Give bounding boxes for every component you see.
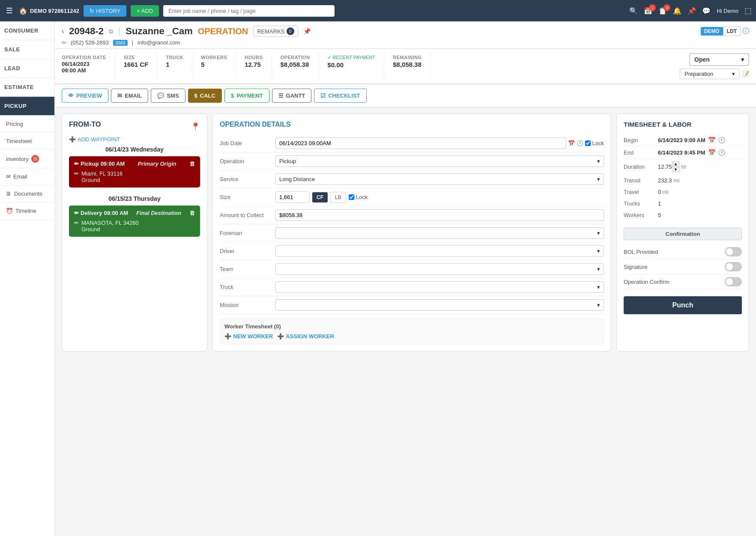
checklist-button[interactable]: ☑ CHECKLIST — [314, 89, 366, 103]
sms-button[interactable]: 💬 SMS — [151, 89, 185, 103]
copy-icon[interactable]: ⧉ — [109, 28, 113, 35]
sidebar-item-pickup[interactable]: PICKUP — [0, 97, 54, 116]
pencil-icon[interactable]: ✏ — [74, 161, 79, 167]
recent-payment-cell: ✓ RECENT PAYMENT $0.00 — [328, 53, 385, 79]
chat-icon[interactable]: 💬 — [702, 7, 711, 15]
back-button[interactable]: ‹ — [62, 27, 64, 35]
size-lock-checkbox[interactable] — [349, 194, 354, 200]
truck-select[interactable]: ▾ — [275, 281, 604, 293]
sidebar-sub-timeline[interactable]: ⏰ Timeline — [0, 202, 54, 220]
worker-timesheet-header: Worker Timesheet (0) — [224, 323, 599, 330]
truck-field-label: Truck — [220, 284, 275, 290]
from-to-card: FROM-TO 📍 ➕ ADD WAYPOINT 06/14/23 Wednes… — [62, 113, 207, 351]
info-icon[interactable]: ⓘ — [742, 27, 749, 36]
sidebar-sub-email[interactable]: ✉ Email — [0, 168, 54, 185]
begin-clock-icon[interactable]: 🕐 — [718, 137, 725, 143]
signature-row: Signature — [624, 259, 742, 274]
workers-cell: WORKERS 5 — [201, 53, 236, 79]
status-dropdown[interactable]: Open ▾ — [689, 53, 749, 66]
amount-row: Amount to Collect — [220, 206, 604, 224]
prep-chevron-icon: ▾ — [732, 71, 735, 77]
calendar-icon[interactable]: 📅 1 — [644, 7, 652, 15]
calc-button[interactable]: $ CALC — [188, 89, 222, 103]
sidebar-item-consumer[interactable]: CONSUMER — [0, 21, 54, 40]
address-edit-icon[interactable]: ✏ — [74, 170, 79, 177]
add-waypoint-button[interactable]: ➕ ADD WAYPOINT — [69, 136, 200, 143]
service-chevron-icon: ▾ — [597, 176, 600, 182]
pin-icon[interactable]: 📌 — [687, 7, 696, 15]
sidebar-item-lead[interactable]: LEAD — [0, 59, 54, 78]
driver-select[interactable]: ▾ — [275, 245, 604, 257]
pin-button[interactable]: 📌 — [303, 28, 311, 35]
foreman-row: Foreman ▾ — [220, 224, 604, 242]
sidebar-sub-timesheet[interactable]: Timesheet — [0, 133, 54, 150]
sidebar-item-estimate[interactable]: ESTIMATE — [0, 78, 54, 97]
job-date-lock-checkbox[interactable] — [585, 140, 591, 146]
op-confirm-toggle[interactable] — [725, 277, 742, 286]
service-select[interactable]: Long Distance ▾ — [275, 173, 604, 185]
map-icon[interactable]: 📍 — [191, 122, 200, 131]
payment-button[interactable]: $ PAYMENT — [224, 89, 269, 103]
end-calendar-icon[interactable]: 📅 — [708, 149, 715, 156]
logout-icon[interactable]: ⬚ — [744, 6, 752, 15]
team-row: Team ▾ — [220, 260, 604, 278]
search-icon[interactable]: 🔍 — [629, 7, 638, 15]
duration-row: Duration 12.75 ▲ ▼ hr — [624, 159, 742, 175]
team-select[interactable]: ▾ — [275, 263, 604, 275]
inventory-badge: 39 — [31, 155, 39, 163]
duration-unit: hr — [681, 164, 687, 170]
job-number: 20948-2 — [69, 26, 104, 37]
history-button[interactable]: ↻ HISTORY — [84, 5, 126, 17]
duration-down[interactable]: ▼ — [672, 167, 680, 172]
delivery-pencil-icon[interactable]: ✏ — [74, 210, 79, 216]
duration-spinner[interactable]: ▲ ▼ — [672, 161, 680, 172]
duration-up[interactable]: ▲ — [672, 161, 680, 167]
tasks-icon[interactable]: 📋 4 — [658, 7, 667, 15]
preview-button[interactable]: 👁 PREVIEW — [62, 89, 108, 103]
operation-select[interactable]: Pickup ▾ — [275, 155, 604, 167]
sidebar-item-sale[interactable]: SALE — [0, 40, 54, 59]
punch-button[interactable]: Punch — [624, 296, 742, 314]
delivery-delete-icon[interactable]: 🗑 — [189, 210, 195, 216]
calendar-icon-job[interactable]: 📅 — [568, 140, 575, 146]
signature-toggle[interactable] — [725, 262, 742, 271]
sms-badge[interactable]: SMS — [113, 40, 128, 46]
transit-value: 232.3 — [658, 177, 672, 184]
email-button[interactable]: ✉ EMAIL — [111, 89, 148, 103]
preparation-dropdown[interactable]: Preparation ▾ — [680, 68, 740, 79]
date-label-1: 06/14/23 Wednesday — [69, 143, 200, 156]
add-button[interactable]: + ADD — [131, 5, 159, 17]
operation-link[interactable]: OPERATION — [198, 27, 248, 36]
pickup-delete-icon[interactable]: 🗑 — [189, 161, 195, 167]
workers-ts-row: Workers 5 — [624, 209, 742, 221]
edit-phone-icon[interactable]: ✏ — [62, 39, 66, 46]
delivery-address-edit-icon[interactable]: ✏ — [74, 220, 79, 226]
foreman-select[interactable]: ▾ — [275, 227, 604, 239]
sidebar-sub-pricing[interactable]: Pricing — [0, 116, 54, 133]
bol-toggle[interactable] — [725, 247, 742, 256]
hamburger-menu[interactable]: ☰ — [4, 4, 15, 17]
begin-calendar-icon[interactable]: 📅 — [708, 137, 715, 143]
op-date-cell: OPERATION DATE 06/14/2023 09:00 AM — [62, 53, 115, 79]
cf-button[interactable]: CF — [312, 192, 328, 202]
home-icon[interactable]: 🏠 — [19, 7, 27, 15]
main-body: FROM-TO 📍 ➕ ADD WAYPOINT 06/14/23 Wednes… — [55, 107, 756, 357]
note-icon[interactable]: 📝 — [742, 71, 749, 77]
assign-worker-button[interactable]: ➕ ASSIGN WORKER — [277, 333, 334, 339]
remarks-button[interactable]: REMARKS 0 — [253, 26, 298, 37]
toolbar: 👁 PREVIEW ✉ EMAIL 💬 SMS $ CALC $ PAYMENT… — [55, 84, 756, 107]
notifications-icon[interactable]: 🔔 — [673, 7, 681, 15]
mission-select[interactable]: ▾ — [275, 299, 604, 311]
gantt-button[interactable]: ☰ GANTT — [272, 89, 312, 103]
sidebar-sub-inventory[interactable]: inventory 39 — [0, 150, 54, 168]
sidebar-sub-documents[interactable]: 🗎 Documents — [0, 185, 54, 202]
size-input[interactable] — [275, 191, 310, 203]
new-worker-button[interactable]: ➕ NEW WORKER — [224, 333, 273, 339]
chevron-down-icon: ▾ — [741, 56, 744, 63]
lb-button[interactable]: LB — [330, 192, 346, 203]
clock-icon-job[interactable]: 🕐 — [577, 140, 583, 146]
amount-input[interactable] — [275, 209, 604, 221]
end-clock-icon[interactable]: 🕐 — [718, 149, 725, 156]
search-input[interactable] — [163, 5, 335, 17]
job-date-input[interactable] — [275, 137, 566, 149]
